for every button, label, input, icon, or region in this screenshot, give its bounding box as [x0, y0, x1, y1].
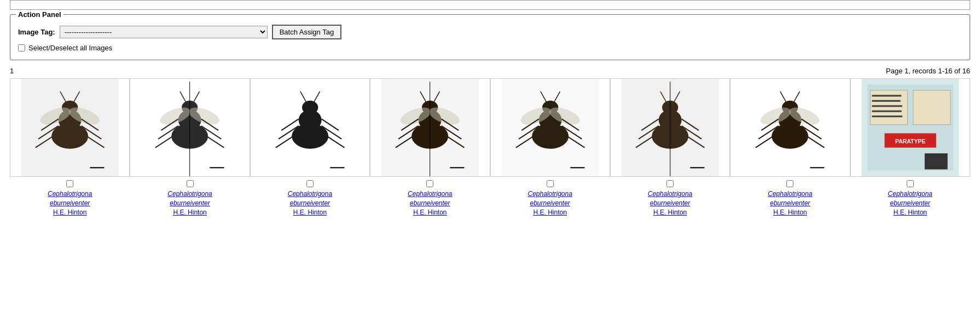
image-checkbox-row [547, 180, 554, 187]
image-label[interactable]: CephalotrigonaeburneiventerH.E. Hinton [767, 189, 813, 217]
bee-image-svg: PARATYPE [851, 79, 970, 176]
image-thumb-wrapper[interactable] [250, 78, 370, 177]
svg-rect-114 [872, 111, 901, 112]
image-card: PARATYPECephalotrigonaeburneiventerH.E. … [850, 78, 970, 217]
bee-image-svg [730, 79, 849, 176]
image-checkbox-row [306, 180, 314, 187]
image-thumb-wrapper[interactable] [370, 78, 490, 177]
svg-rect-111 [872, 95, 901, 96]
image-label[interactable]: CephalotrigonaeburneiventerH.E. Hinton [887, 189, 933, 217]
image-checkbox-row [66, 180, 73, 187]
top-bar-decoration [10, 0, 970, 10]
image-thumb-wrapper[interactable] [610, 78, 730, 177]
image-card: CephalotrigonaeburneiventerH.E. Hinton [370, 78, 490, 217]
image-card: CephalotrigonaeburneiventerH.E. Hinton [10, 78, 130, 217]
image-card: CephalotrigonaeburneiventerH.E. Hinton [610, 78, 730, 217]
image-select-checkbox[interactable] [786, 180, 793, 187]
species-link[interactable]: CephalotrigonaeburneiventerH.E. Hinton [288, 190, 332, 217]
image-card: CephalotrigonaeburneiventerH.E. Hinton [490, 78, 610, 217]
action-panel: Action Panel Image Tag: ----------------… [10, 14, 970, 60]
bee-image-svg [130, 79, 249, 176]
image-label[interactable]: CephalotrigonaeburneiventerH.E. Hinton [287, 189, 333, 217]
svg-rect-112 [872, 100, 900, 102]
image-label[interactable]: CephalotrigonaeburneiventerH.E. Hinton [407, 189, 453, 217]
species-link[interactable]: CephalotrigonaeburneiventerH.E. Hinton [888, 190, 932, 217]
action-panel-row: Image Tag: -------------------- Batch As… [18, 25, 962, 39]
image-card: CephalotrigonaeburneiventerH.E. Hinton [130, 78, 250, 217]
species-link[interactable]: CephalotrigonaeburneiventerH.E. Hinton [167, 190, 212, 217]
select-all-checkbox[interactable] [18, 44, 25, 51]
image-label[interactable]: CephalotrigonaeburneiventerH.E. Hinton [647, 189, 693, 217]
image-thumb-wrapper[interactable] [130, 78, 250, 177]
svg-rect-107 [913, 90, 950, 125]
species-link[interactable]: CephalotrigonaeburneiventerH.E. Hinton [527, 190, 572, 217]
image-thumb-wrapper[interactable] [10, 78, 130, 177]
bee-image-svg [370, 79, 489, 176]
svg-rect-113 [872, 105, 902, 107]
image-label[interactable]: CephalotrigonaeburneiventerH.E. Hinton [47, 189, 93, 217]
image-card: CephalotrigonaeburneiventerH.E. Hinton [250, 78, 370, 217]
image-select-checkbox[interactable] [426, 180, 433, 187]
page-info: Page 1, records 1-16 of 16 [886, 67, 970, 75]
svg-rect-110 [924, 153, 947, 169]
pagination-bar: 1 Page 1, records 1-16 of 16 [10, 67, 970, 75]
image-tag-select[interactable]: -------------------- [60, 26, 268, 38]
image-select-checkbox[interactable] [907, 180, 914, 187]
action-panel-legend: Action Panel [16, 10, 63, 19]
image-label[interactable]: CephalotrigonaeburneiventerH.E. Hinton [526, 189, 573, 217]
image-select-checkbox[interactable] [306, 180, 314, 187]
svg-text:PARATYPE: PARATYPE [895, 139, 925, 145]
image-thumb-wrapper[interactable] [730, 78, 850, 177]
image-checkbox-row [426, 180, 433, 187]
image-checkbox-row [907, 180, 914, 187]
image-tag-label: Image Tag: [18, 28, 55, 36]
species-link[interactable]: CephalotrigonaeburneiventerH.E. Hinton [48, 190, 92, 217]
image-select-checkbox[interactable] [187, 180, 194, 187]
select-all-label: Select/Deselect all Images [28, 44, 112, 52]
image-checkbox-row [666, 180, 674, 187]
batch-assign-button[interactable]: Batch Assign Tag [272, 25, 342, 39]
bee-image-svg [10, 79, 129, 176]
image-card: CephalotrigonaeburneiventerH.E. Hinton [730, 78, 850, 217]
image-select-checkbox[interactable] [666, 180, 674, 187]
image-thumb-wrapper[interactable]: PARATYPE [850, 78, 970, 177]
page-number: 1 [10, 67, 14, 75]
bee-image-svg [611, 79, 729, 176]
select-all-row: Select/Deselect all Images [18, 44, 962, 52]
bee-image-svg [251, 79, 369, 176]
image-select-checkbox[interactable] [547, 180, 554, 187]
svg-rect-115 [872, 116, 902, 117]
image-label[interactable]: CephalotrigonaeburneiventerH.E. Hinton [166, 189, 213, 217]
svg-point-34 [302, 101, 318, 114]
image-checkbox-row [786, 180, 793, 187]
species-link[interactable]: CephalotrigonaeburneiventerH.E. Hinton [768, 190, 812, 217]
species-link[interactable]: CephalotrigonaeburneiventerH.E. Hinton [648, 190, 692, 217]
species-link[interactable]: CephalotrigonaeburneiventerH.E. Hinton [408, 190, 452, 217]
image-select-checkbox[interactable] [66, 180, 73, 187]
bee-image-svg [491, 79, 610, 176]
images-grid: CephalotrigonaeburneiventerH.E. HintonCe… [10, 78, 970, 217]
image-thumb-wrapper[interactable] [490, 78, 610, 177]
image-checkbox-row [187, 180, 194, 187]
